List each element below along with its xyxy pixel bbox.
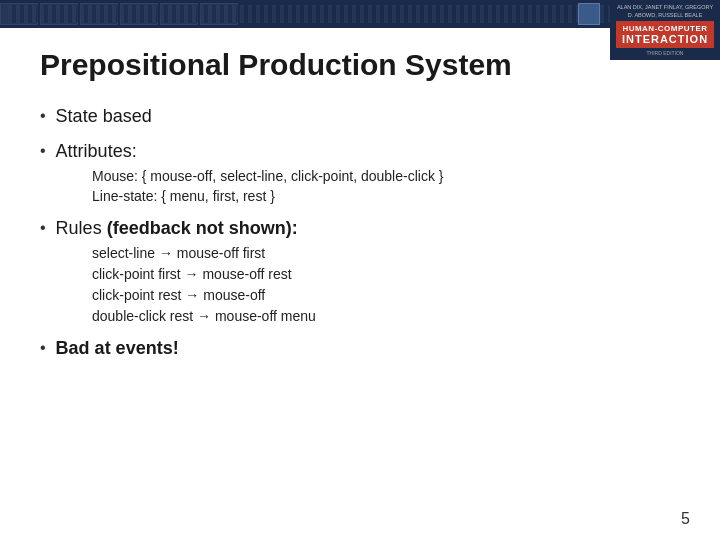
rule-item: select-line → mouse-off first [92,245,680,261]
attribute-linestate: Line-state: { menu, first, rest } [92,188,680,204]
bullet-section-2: • Attributes: Mouse: { mouse-off, select… [40,141,680,204]
page-number: 5 [681,510,690,528]
page-title: Prepositional Production System [40,48,680,82]
bar-pattern [8,5,712,23]
rule-item: click-point first → mouse-off rest [92,266,680,282]
bullet-dot-4: • [40,339,46,357]
rule-item: click-point rest → mouse-off [92,287,680,303]
bullet-1: • State based [40,106,680,127]
bullet-2-text: Attributes: [56,141,137,162]
rules-sub-items: select-line → mouse-off firstclick-point… [92,245,680,324]
rules-label-normal: Rules [56,218,107,238]
rule-item: double-click rest → mouse-off menu [92,308,680,324]
logo-authors: ALAN DIX, JANET FINLAY, GREGORY D. ABOWD… [614,4,716,18]
attributes-sub-items: Mouse: { mouse-off, select-line, click-p… [92,168,680,204]
bullet-dot-1: • [40,107,46,125]
attribute-mouse: Mouse: { mouse-off, select-line, click-p… [92,168,680,184]
bullet-3: • Rules (feedback not shown): [40,218,680,239]
rules-label-bold: (feedback not shown): [107,218,298,238]
bullet-4: • Bad at events! [40,338,680,359]
bullet-1-text: State based [56,106,152,127]
bullet-dot-2: • [40,142,46,160]
bullet-section-1: • State based [40,106,680,127]
bullet-4-text: Bad at events! [56,338,179,359]
bullet-section-4: • Bad at events! [40,338,680,359]
bullet-section-3: • Rules (feedback not shown): select-lin… [40,218,680,324]
deco-icon [578,3,600,25]
bullet-2: • Attributes: [40,141,680,162]
bullet-dot-3: • [40,219,46,237]
bullet-3-text: Rules (feedback not shown): [56,218,298,239]
main-content: Prepositional Production System • State … [0,28,720,540]
